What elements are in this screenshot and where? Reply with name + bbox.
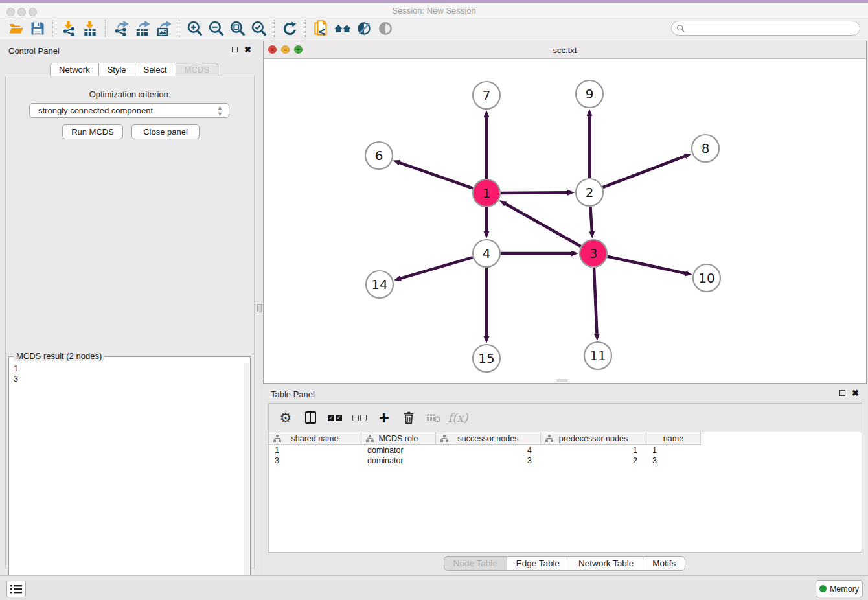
tab-mcds[interactable]: MCDS xyxy=(176,63,218,76)
cell-name[interactable]: 3 xyxy=(646,456,701,466)
column-header-shared-name[interactable]: shared name xyxy=(269,432,361,445)
search-field[interactable] xyxy=(671,21,860,36)
graph-node-4[interactable]: 4 xyxy=(473,240,500,267)
graph-node-11[interactable]: 11 xyxy=(584,342,611,369)
graph-node-9[interactable]: 9 xyxy=(576,80,603,108)
control-panel-tabs: Network Style Select MCDS xyxy=(51,63,218,76)
hide-details-button[interactable] xyxy=(353,19,374,39)
cell-predecessor-nodes[interactable]: 1 xyxy=(541,445,646,456)
task-history-button[interactable] xyxy=(6,581,26,597)
apply-layout-button[interactable] xyxy=(279,19,301,39)
graph-edge-2-8[interactable] xyxy=(603,156,686,188)
close-panel-icon[interactable]: ✖ xyxy=(244,45,251,54)
save-session-button[interactable] xyxy=(27,19,48,39)
graph-edge-3-1[interactable] xyxy=(505,203,581,246)
zoom-out-button[interactable] xyxy=(205,19,227,39)
cell-shared-name[interactable]: 3 xyxy=(269,456,361,466)
column-header-name[interactable]: name xyxy=(646,432,701,445)
column-header-predecessor-nodes[interactable]: predecessor nodes xyxy=(541,432,646,445)
tab-network-table[interactable]: Network Table xyxy=(569,556,643,571)
cell-predecessor-nodes[interactable]: 2 xyxy=(541,456,646,466)
graph-node-1[interactable]: 1 xyxy=(473,179,500,207)
import-table-button[interactable] xyxy=(79,19,100,39)
table-header-row: shared name MCDS role successor nodes pr… xyxy=(269,432,862,445)
graph-edge-3-10[interactable] xyxy=(608,257,686,273)
control-panel-title: Control Panel xyxy=(8,46,60,56)
cell-mcds-role[interactable]: dominator xyxy=(361,456,436,466)
deselect-all-button[interactable] xyxy=(350,408,369,428)
network-window-titlebar[interactable]: ✕ − + scc.txt xyxy=(264,41,866,59)
cell-successor-nodes[interactable]: 3 xyxy=(436,456,541,466)
graph-node-14[interactable]: 14 xyxy=(366,271,393,298)
graph-node-3[interactable]: 3 xyxy=(580,240,607,267)
tab-motifs[interactable]: Motifs xyxy=(643,556,685,571)
delete-table-button[interactable] xyxy=(424,408,443,428)
column-header-mcds-role[interactable]: MCDS role xyxy=(361,432,436,445)
tab-select[interactable]: Select xyxy=(135,63,176,76)
home-button[interactable] xyxy=(332,19,353,39)
graph-node-8[interactable]: 8 xyxy=(692,135,719,162)
column-label: MCDS role xyxy=(378,434,418,443)
function-builder-button[interactable]: f(x) xyxy=(448,408,468,428)
table-row[interactable]: 3 dominator 3 2 3 xyxy=(269,456,862,466)
mcds-result-text[interactable]: 1 3 xyxy=(14,363,241,599)
tab-style[interactable]: Style xyxy=(98,63,135,76)
graph-edge-1-2[interactable] xyxy=(501,192,568,193)
memory-button[interactable]: Memory xyxy=(816,580,863,597)
close-panel-button[interactable]: Close panel xyxy=(131,124,200,139)
svg-text:3: 3 xyxy=(589,246,598,261)
table-row[interactable]: 1 dominator 4 1 1 xyxy=(269,445,862,456)
zoom-fit-button[interactable] xyxy=(227,19,248,39)
columns-icon xyxy=(305,411,316,424)
tab-edge-table[interactable]: Edge Table xyxy=(507,556,569,571)
mcds-panel: Optimization criterion: strongly connect… xyxy=(5,76,255,568)
graph-node-10[interactable]: 10 xyxy=(693,264,720,292)
zoom-selected-button[interactable] xyxy=(248,19,269,39)
graph-node-15[interactable]: 15 xyxy=(473,345,500,372)
column-layout-button[interactable] xyxy=(301,408,320,428)
add-column-button[interactable]: + xyxy=(374,408,394,428)
delete-column-button[interactable] xyxy=(399,408,418,428)
show-details-button[interactable] xyxy=(374,19,396,39)
tab-network[interactable]: Network xyxy=(50,63,99,76)
panel-divider-handle[interactable] xyxy=(257,304,262,312)
network-hscroll-handle[interactable] xyxy=(556,379,568,382)
run-mcds-button[interactable]: Run MCDS xyxy=(62,124,123,139)
table-panel: Table Panel ✖ ⚙ ✓✓ + f(x) shared name xyxy=(263,384,867,575)
cell-name[interactable]: 1 xyxy=(646,445,701,456)
graph-edge-2-3[interactable] xyxy=(590,207,592,232)
clone-network-button[interactable] xyxy=(310,19,332,39)
delete-table-icon xyxy=(426,412,441,424)
zoom-in-button[interactable] xyxy=(184,19,205,39)
search-icon xyxy=(676,24,685,33)
float-panel-icon[interactable] xyxy=(232,47,238,52)
float-table-panel-icon[interactable] xyxy=(839,390,845,396)
graph-edge-1-6[interactable] xyxy=(399,163,473,189)
network-canvas[interactable]: 7968124314101511 xyxy=(264,59,866,383)
toolbar-separator xyxy=(52,20,53,37)
graph-node-7[interactable]: 7 xyxy=(473,82,500,109)
table-settings-button[interactable]: ⚙ xyxy=(276,408,295,428)
cell-mcds-role[interactable]: dominator xyxy=(361,445,436,456)
tab-node-table[interactable]: Node Table xyxy=(444,556,507,571)
close-table-panel-icon[interactable]: ✖ xyxy=(852,388,859,398)
export-image-button[interactable] xyxy=(153,19,174,39)
select-all-button[interactable]: ✓✓ xyxy=(325,408,345,428)
open-session-button[interactable] xyxy=(5,19,27,39)
column-header-successor-nodes[interactable]: successor nodes xyxy=(436,432,541,445)
graph-edge-4-14[interactable] xyxy=(400,257,473,279)
checkbox-checked-icon: ✓ xyxy=(328,415,334,421)
graph-edge-3-11[interactable] xyxy=(594,268,597,334)
graph-node-2[interactable]: 2 xyxy=(576,179,603,206)
export-table-button[interactable] xyxy=(131,19,153,39)
export-network-button[interactable] xyxy=(110,19,131,39)
criterion-select[interactable]: strongly connected component ▲▼ xyxy=(29,103,229,118)
import-network-button[interactable] xyxy=(58,19,79,39)
result-scrollbar[interactable] xyxy=(244,363,249,599)
graph-node-6[interactable]: 6 xyxy=(365,142,393,169)
cell-successor-nodes[interactable]: 4 xyxy=(436,445,541,456)
attribute-icon xyxy=(273,435,281,443)
cell-shared-name[interactable]: 1 xyxy=(269,445,361,456)
search-input[interactable] xyxy=(688,23,860,34)
floppy-disk-icon xyxy=(30,21,45,36)
